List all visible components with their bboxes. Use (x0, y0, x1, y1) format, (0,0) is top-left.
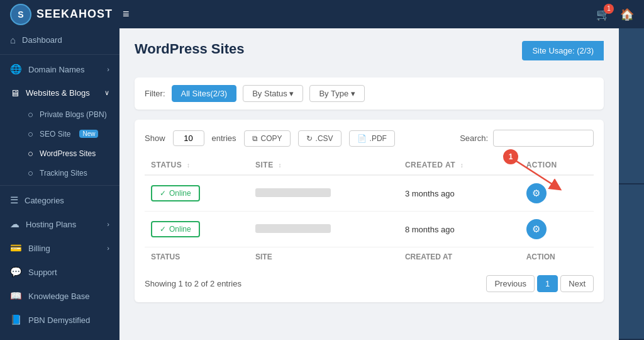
pbn-book-icon: 📘 (10, 314, 22, 326)
pdf-icon: 📄 (357, 134, 367, 143)
filter-by-status[interactable]: By Status ▾ (243, 85, 303, 102)
copy-button[interactable]: ⧉ COPY (244, 130, 291, 147)
action-gear-2[interactable]: ⚙ (526, 219, 547, 239)
sidebar-item-domain-names[interactable]: 🌐 Domain Names › (0, 57, 119, 81)
kb-icon: 📖 (10, 290, 22, 302)
col-created-at: CREATED AT ↕ (399, 156, 520, 175)
col-status: STATUS ↕ (145, 156, 249, 175)
pdf-button[interactable]: 📄 .PDF (349, 130, 395, 147)
entries-input[interactable] (173, 130, 204, 146)
footer-site: SITE (249, 247, 399, 267)
status-badge-online: ✓ Online (151, 185, 200, 201)
row2-action: ⚙ (520, 212, 594, 247)
action-gear-1[interactable]: ⚙ (526, 183, 547, 203)
table-wrapper: STATUS ↕ SITE ↕ CREATED AT ↕ (145, 156, 594, 266)
table-header-row: STATUS ↕ SITE ↕ CREATED AT ↕ (145, 156, 594, 175)
right-panel (619, 28, 644, 340)
row1-site (249, 175, 399, 212)
sidebar-item-support[interactable]: 💬 Support (0, 260, 119, 284)
row2-site (249, 212, 399, 247)
right-panel-top (619, 28, 644, 184)
footer-status: STATUS (145, 247, 249, 267)
domain-arrow: › (107, 65, 109, 73)
show-label: Show (145, 133, 165, 143)
sidebar-item-websites-blogs[interactable]: 🖥 Websites & Blogs ∨ (0, 81, 119, 105)
check-icon-2: ✓ (160, 225, 166, 234)
site-blurred-1 (255, 188, 331, 197)
search-area: Search: (460, 130, 594, 147)
sidebar-item-dashboard[interactable]: ⌂ Dashboard (0, 28, 119, 52)
sidebar-item-hosting-plans[interactable]: ☁ Hosting Plans › (0, 212, 119, 236)
filter-all-sites[interactable]: All Sites(2/3) (172, 85, 237, 102)
filter-label: Filter: (145, 89, 165, 98)
sidebar-item-wordpress-sites[interactable]: ○ WordPress Sites (20, 144, 119, 163)
dashboard-icon: ⌂ (10, 35, 16, 45)
col-action: ACTION (520, 156, 594, 175)
status-badge-online-2: ✓ Online (151, 221, 200, 237)
pbn-icon: ○ (28, 109, 33, 120)
filter-bar: Filter: All Sites(2/3) By Status ▾ By Ty… (135, 77, 604, 110)
csv-button[interactable]: ↻ .CSV (298, 130, 341, 147)
row1-created: 3 months ago (399, 175, 520, 212)
search-label: Search: (460, 133, 488, 143)
nav-right: 🛒 1 🏠 (596, 8, 634, 21)
websites-arrow: ∨ (104, 89, 109, 97)
table-card: Show entries ⧉ COPY ↻ .CSV 📄 .PDF (135, 120, 604, 302)
top-navbar: S SEEKAHOST ≡ 🛒 1 🏠 (0, 0, 644, 28)
sidebar-item-pbn-demystified[interactable]: 📘 PBN Demystified (0, 308, 119, 332)
billing-icon: 💳 (10, 242, 22, 254)
copy-icon: ⧉ (252, 134, 258, 143)
footer-created: CREATED AT (399, 247, 520, 267)
cart-badge: 1 (604, 4, 614, 14)
hosting-icon: ☁ (10, 218, 19, 230)
prev-button[interactable]: Previous (486, 275, 535, 292)
search-input[interactable] (493, 130, 594, 147)
sites-table: STATUS ↕ SITE ↕ CREATED AT ↕ (145, 156, 594, 266)
table-row: ✓ Online 8 months ago ⚙ (145, 212, 594, 247)
home-icon[interactable]: 🏠 (620, 8, 634, 21)
wp-icon: ○ (28, 148, 33, 159)
right-panel-bottom (619, 184, 644, 341)
domain-icon: 🌐 (10, 64, 22, 75)
cart-icon[interactable]: 🛒 1 (596, 8, 610, 21)
site-sort-icon[interactable]: ↕ (279, 162, 282, 169)
row2-status: ✓ Online (145, 212, 249, 247)
categories-icon: ☰ (10, 195, 18, 206)
filter-by-type[interactable]: By Type ▾ (309, 85, 364, 102)
col-site: SITE ↕ (249, 156, 399, 175)
site-usage-badge: Site Usage: (2/3) (522, 41, 604, 60)
sidebar-item-categories[interactable]: ☰ Categories (0, 188, 119, 212)
sidebar-item-billing[interactable]: 💳 Billing › (0, 236, 119, 260)
nav-left: S SEEKAHOST ≡ (10, 4, 130, 25)
seo-icon: ○ (28, 128, 33, 139)
hosting-arrow: › (107, 220, 109, 228)
websites-icon: 🖥 (10, 88, 19, 98)
created-sort-icon[interactable]: ↕ (460, 162, 464, 169)
status-sort-icon[interactable]: ↕ (187, 162, 191, 169)
sidebar-item-knowledge-base[interactable]: 📖 Knowledge Base (0, 284, 119, 308)
table-footer-row: STATUS SITE CREATED AT ACTION (145, 247, 594, 267)
page-1-button[interactable]: 1 (537, 275, 558, 292)
layout: ⌂ Dashboard 🌐 Domain Names › 🖥 Websites … (0, 28, 644, 340)
pagination-area: Showing 1 to 2 of 2 entries Previous 1 N… (145, 275, 594, 292)
logo-icon: S (10, 4, 31, 25)
main-wrapper: WordPress Sites Site Usage: (2/3) Filter… (119, 28, 644, 340)
sidebar-sub-websites: ○ Private Blogs (PBN) ○ SEO Site New ○ W… (0, 105, 119, 183)
table-controls: Show entries ⧉ COPY ↻ .CSV 📄 .PDF (145, 130, 594, 147)
sidebar-item-private-blogs[interactable]: ○ Private Blogs (PBN) (20, 105, 119, 124)
row2-created: 8 months ago (399, 212, 520, 247)
new-badge: New (79, 130, 98, 138)
pagination: Previous 1 Next (486, 275, 594, 292)
sidebar-item-tracking-sites[interactable]: ○ Tracking Sites (20, 163, 119, 183)
tracking-icon: ○ (28, 167, 33, 178)
footer-action: ACTION (520, 247, 594, 267)
row1-action: ⚙ (520, 175, 594, 212)
next-button[interactable]: Next (560, 275, 594, 292)
site-blurred-2 (255, 224, 331, 233)
logo-area: S SEEKAHOST (10, 4, 113, 25)
content-area: WordPress Sites Site Usage: (2/3) Filter… (119, 28, 619, 340)
csv-icon: ↻ (306, 134, 313, 143)
hamburger-icon[interactable]: ≡ (123, 8, 130, 21)
sidebar-item-seo-site[interactable]: ○ SEO Site New (20, 124, 119, 144)
billing-arrow: › (107, 244, 109, 252)
